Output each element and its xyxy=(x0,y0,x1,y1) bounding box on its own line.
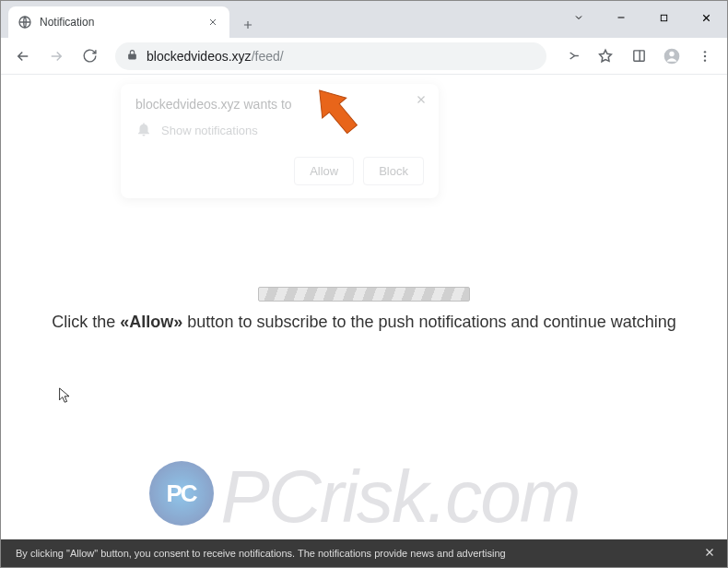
allow-button[interactable]: Allow xyxy=(294,157,354,185)
svg-point-4 xyxy=(669,51,674,55)
browser-toolbar: blockedvideos.xyz/feed/ xyxy=(1,38,727,75)
menu-icon[interactable] xyxy=(690,41,720,71)
dropdown-icon[interactable] xyxy=(558,1,600,34)
forward-button[interactable] xyxy=(41,41,71,71)
browser-tab[interactable]: Notification xyxy=(8,6,229,38)
back-button[interactable] xyxy=(8,41,38,71)
banner-close-button[interactable] xyxy=(703,546,716,561)
profile-icon[interactable] xyxy=(657,41,687,71)
lock-icon xyxy=(126,48,139,65)
banner-text: By clicking "Allow" button, you consent … xyxy=(16,548,506,559)
side-panel-icon[interactable] xyxy=(624,41,653,71)
popup-title: blockedvideos.xyz wants to xyxy=(135,97,424,112)
progress-bar xyxy=(258,287,470,302)
arrow-annotation-icon xyxy=(305,79,370,144)
star-icon[interactable] xyxy=(591,41,620,71)
pc-badge-icon xyxy=(149,461,214,526)
popup-close-button[interactable] xyxy=(415,93,428,110)
watermark: PCrisk.com xyxy=(1,455,727,539)
tab-title: Notification xyxy=(40,16,198,29)
svg-point-6 xyxy=(704,54,706,56)
window-controls xyxy=(558,1,727,34)
reload-button[interactable] xyxy=(75,41,104,71)
url-text: blockedvideos.xyz/feed/ xyxy=(147,49,284,64)
svg-point-7 xyxy=(704,59,706,61)
block-button[interactable]: Block xyxy=(363,157,424,185)
minimize-button[interactable] xyxy=(600,1,642,34)
share-icon[interactable] xyxy=(558,41,587,71)
svg-point-5 xyxy=(704,51,706,53)
maximize-button[interactable] xyxy=(642,1,685,34)
svg-rect-1 xyxy=(661,15,666,20)
close-window-button[interactable] xyxy=(685,1,727,34)
new-tab-button[interactable] xyxy=(235,12,261,38)
notification-permission-popup: blockedvideos.xyz wants to Show notifica… xyxy=(121,84,439,198)
globe-icon xyxy=(18,15,32,30)
tab-close-button[interactable] xyxy=(205,15,220,30)
cursor-icon xyxy=(58,386,73,405)
address-bar[interactable]: blockedvideos.xyz/feed/ xyxy=(115,42,546,70)
instruction-text: Click the «Allow» button to subscribe to… xyxy=(1,313,727,332)
bell-icon xyxy=(135,121,152,140)
page-content: blockedvideos.xyz wants to Show notifica… xyxy=(1,75,727,567)
popup-permission-label: Show notifications xyxy=(161,124,258,137)
consent-banner: By clicking "Allow" button, you consent … xyxy=(1,539,727,567)
popup-permission-row: Show notifications xyxy=(135,121,424,140)
